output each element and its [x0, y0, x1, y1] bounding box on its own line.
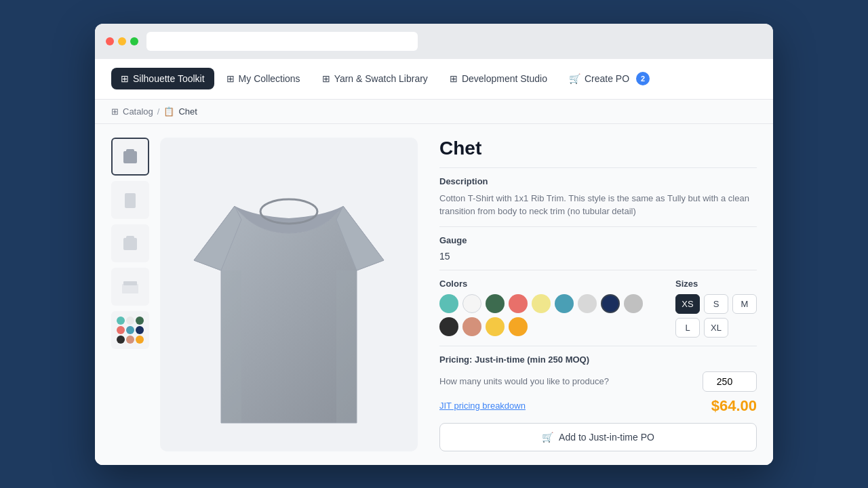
svg-rect-1	[126, 149, 134, 152]
nav-item-yarn[interactable]: ⊞ Yarn & Swatch Library	[313, 68, 437, 89]
add-to-po-label: Add to Just-in-time PO	[559, 432, 654, 443]
breadcrumb-icon: ⊞	[111, 106, 119, 117]
color-swatch-light-gray[interactable]	[578, 294, 597, 313]
thumb-swatch-6	[136, 326, 144, 334]
divider-1	[439, 167, 757, 168]
color-swatch-coral[interactable]	[509, 294, 528, 313]
thumb-swatch-3	[136, 317, 144, 325]
thumb-swatch-9	[136, 336, 144, 344]
nav-item-development[interactable]: ⊞ Development Studio	[440, 68, 557, 89]
color-swatch-white[interactable]	[462, 294, 481, 313]
breadcrumb-separator: /	[157, 106, 160, 117]
size-grid: XS S M L XL	[675, 294, 757, 338]
breadcrumb-current-icon: 📋	[163, 106, 174, 117]
divider-2	[439, 226, 757, 227]
product-image	[160, 138, 418, 451]
nav-item-silhouette-label: Silhouette Toolkit	[133, 73, 205, 84]
svg-rect-3	[123, 238, 137, 250]
breadcrumb-current: Chet	[178, 106, 197, 117]
pricing-label: Pricing: Just-in-time (min 250 MOQ)	[439, 354, 757, 365]
qty-input[interactable]	[703, 371, 757, 392]
nav-item-create-po[interactable]: 🛒 Create PO 2	[559, 66, 659, 91]
thumb-swatch-1	[117, 317, 125, 325]
description-label: Description	[439, 176, 757, 186]
traffic-light-red[interactable]	[106, 37, 114, 45]
sizes-section: Sizes XS S M L XL	[675, 279, 757, 338]
traffic-light-green[interactable]	[130, 37, 138, 45]
colors-label: Colors	[439, 279, 659, 289]
cart-btn-icon: 🛒	[542, 432, 553, 443]
color-swatch-yellow-light[interactable]	[532, 294, 551, 313]
address-bar[interactable]	[146, 32, 418, 51]
thumb-swatch-8	[126, 336, 134, 344]
size-btn-xs[interactable]: XS	[675, 294, 700, 314]
color-swatch-silver[interactable]	[624, 294, 643, 313]
qty-label: How many units would you like to produce…	[439, 376, 609, 386]
po-badge: 2	[636, 72, 650, 85]
size-btn-xl[interactable]: XL	[704, 318, 728, 338]
size-btn-l[interactable]: L	[675, 318, 700, 338]
svg-rect-0	[123, 151, 137, 163]
thumbnail-swatches[interactable]	[111, 311, 149, 349]
size-btn-m[interactable]: M	[732, 294, 757, 314]
description-text: Cotton T-Shirt with 1x1 Rib Trim. This s…	[439, 192, 757, 218]
nav-bar: ⊞ Silhouette Toolkit ⊞ My Collections ⊞ …	[95, 59, 773, 100]
development-icon: ⊞	[450, 73, 458, 84]
thumb-swatch-4	[117, 326, 125, 334]
color-swatch-black[interactable]	[439, 317, 458, 336]
thumbnail-rail	[111, 138, 149, 451]
nav-item-collections[interactable]: ⊞ My Collections	[217, 68, 310, 89]
color-swatches	[439, 294, 659, 336]
svg-rect-5	[122, 284, 138, 293]
thumbnail-1[interactable]	[111, 138, 149, 176]
nav-item-development-label: Development Studio	[462, 73, 547, 84]
thumb-swatch-2	[126, 317, 134, 325]
color-swatch-teal[interactable]	[439, 294, 458, 313]
nav-item-create-po-label: Create PO	[585, 73, 629, 84]
thumb-swatch-7	[117, 336, 125, 344]
price-row: JIT pricing breakdown $64.00	[439, 397, 757, 415]
nav-item-yarn-label: Yarn & Swatch Library	[334, 73, 428, 84]
traffic-light-yellow[interactable]	[118, 37, 126, 45]
divider-4	[439, 346, 757, 346]
sizes-label: Sizes	[675, 279, 757, 289]
silhouette-icon: ⊞	[121, 73, 129, 84]
thumbnail-2[interactable]	[111, 181, 149, 219]
product-details: Chet Description Cotton T-Shirt with 1x1…	[429, 138, 757, 451]
nav-item-silhouette[interactable]: ⊞ Silhouette Toolkit	[111, 68, 214, 89]
thumbnail-3[interactable]	[111, 224, 149, 262]
color-swatch-orange[interactable]	[509, 317, 528, 336]
pricing-section: Pricing: Just-in-time (min 250 MOQ) How …	[439, 354, 757, 451]
gauge-label: Gauge	[439, 235, 757, 245]
collections-icon: ⊞	[226, 73, 235, 84]
main-content: Chet Description Cotton T-Shirt with 1x1…	[95, 124, 773, 465]
color-swatch-gold[interactable]	[486, 317, 505, 336]
product-name: Chet	[439, 138, 757, 159]
thumbnail-4[interactable]	[111, 268, 149, 306]
price-value: $64.00	[711, 397, 757, 415]
breadcrumb-catalog[interactable]: Catalog	[123, 106, 153, 117]
color-swatch-rose[interactable]	[462, 317, 481, 336]
qty-row: How many units would you like to produce…	[439, 371, 757, 392]
svg-rect-6	[123, 281, 137, 285]
nav-item-collections-label: My Collections	[239, 73, 300, 84]
yarn-icon: ⊞	[322, 73, 330, 84]
color-swatch-blue[interactable]	[555, 294, 574, 313]
cart-nav-icon: 🛒	[569, 73, 580, 84]
product-image-area	[160, 138, 418, 451]
svg-rect-2	[125, 193, 136, 208]
add-to-po-button[interactable]: 🛒 Add to Just-in-time PO	[439, 423, 757, 451]
svg-rect-4	[126, 236, 134, 239]
jit-link[interactable]: JIT pricing breakdown	[439, 401, 526, 411]
color-swatch-green[interactable]	[486, 294, 505, 313]
divider-3	[439, 270, 757, 270]
color-swatch-navy[interactable]	[601, 294, 620, 313]
thumb-swatch-5	[126, 326, 134, 334]
colors-section: Colors	[439, 279, 659, 338]
gauge-value: 15	[439, 251, 757, 262]
breadcrumb: ⊞ Catalog / 📋 Chet	[95, 100, 773, 124]
size-btn-s[interactable]: S	[704, 294, 728, 314]
